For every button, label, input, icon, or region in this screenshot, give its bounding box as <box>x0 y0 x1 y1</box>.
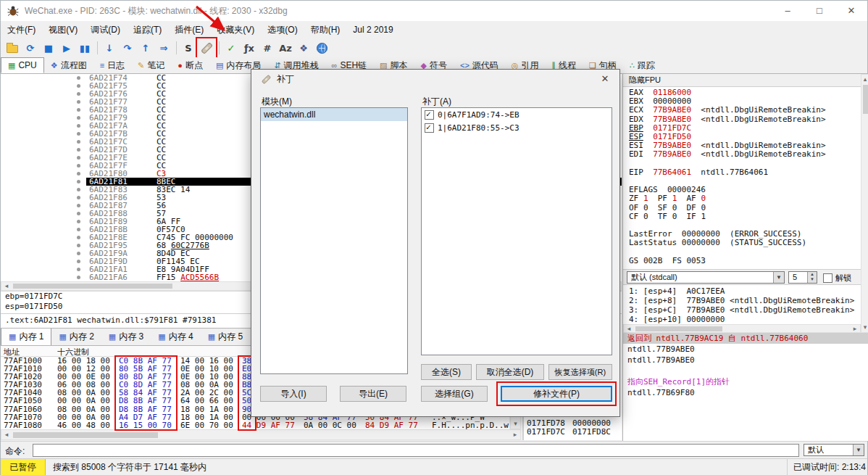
menu-item[interactable]: 调试(D) <box>84 21 127 39</box>
dump-tab[interactable]: ▦内存 1 <box>1 329 51 345</box>
command-profile-combo[interactable]: 默认 ▼ <box>804 444 864 456</box>
pad <box>638 194 643 203</box>
select-all-button[interactable]: 全选(S) <box>421 364 472 380</box>
stack-info-line[interactable]: ntdll.77B69F80 <box>623 387 868 398</box>
tab-log[interactable]: ≡日志 <box>93 57 131 73</box>
chevron-down-icon[interactable]: ▼ <box>773 272 784 283</box>
calling-convention-combo[interactable]: 默认 (stdcall) ▼ <box>627 271 785 284</box>
import-button[interactable]: 导入(I) <box>260 386 327 402</box>
maximize-button[interactable]: □ <box>804 1 835 21</box>
argument-line[interactable]: 3: [esp+C] 77B9ABE0 <ntdll.DbgUiRemoteBr… <box>623 305 861 315</box>
patch-checkbox[interactable] <box>425 123 434 133</box>
scroll-right-icon[interactable]: ▸ <box>851 325 859 333</box>
module-item[interactable]: wechatwin.dll <box>261 108 407 121</box>
pad <box>648 194 658 203</box>
register-line[interactable]: GS 002B FS 0053 <box>623 257 861 265</box>
scroll-up-icon[interactable]: ▴ <box>861 75 868 83</box>
graph-button[interactable]: ❖ <box>295 39 312 57</box>
menu-item[interactable]: 收藏夹(V) <box>210 21 261 39</box>
scroll-thumb[interactable] <box>863 85 868 114</box>
restore-selected-button[interactable]: 恢复选择项(R) <box>548 364 612 380</box>
scroll-right-icon[interactable]: ▸ <box>512 431 519 439</box>
unlock-checkbox-group[interactable]: 解锁 <box>823 273 851 284</box>
tab-trace[interactable]: ∴跟踪 <box>623 57 662 73</box>
scroll-thumb[interactable] <box>635 326 722 331</box>
unlock-checkbox[interactable] <box>823 273 832 283</box>
argument-count-spinner[interactable]: 5 ▲▼ <box>788 271 817 284</box>
dump-tab[interactable]: ▦内存 2 <box>51 329 101 345</box>
module-list[interactable]: wechatwin.dll <box>260 107 408 374</box>
globe-button[interactable] <box>313 39 330 57</box>
patch-item[interactable]: 1|6AD21F80:55->C3 <box>422 121 612 134</box>
step-over-button[interactable]: ↷ <box>119 39 136 57</box>
tab-cpu[interactable]: ▦CPU <box>1 57 44 73</box>
dump-hscrollbar[interactable]: ◂ ▸ <box>1 429 521 440</box>
spinner-arrows-icon[interactable]: ▲▼ <box>807 272 817 283</box>
patch-file-button[interactable]: 修补文件(P) <box>501 386 612 402</box>
tab-label: 笔记 <box>147 59 164 72</box>
deselect-all-button[interactable]: 取消全选(D) <box>476 364 544 380</box>
scroll-thumb[interactable] <box>13 432 158 438</box>
register-line[interactable]: LastStatus 00000000 (STATUS_SUCCESS) <box>623 239 861 247</box>
registers-vscrollbar[interactable]: ▴ ▾ <box>861 74 868 333</box>
menu-item[interactable]: 选项(O) <box>261 21 304 39</box>
patch-item[interactable]: 0|6A7F1AD9:74->EB <box>422 108 612 121</box>
register-line[interactable]: CF 0 TF 0 IF 1 <box>623 212 861 221</box>
stack-info-line[interactable]: 指向SEH_Record[1]的指针 <box>623 376 868 387</box>
patch-button[interactable] <box>198 39 215 57</box>
stack-info-line[interactable]: ntdll.77B9ABE0 <box>623 355 868 365</box>
step-into-button[interactable]: ↓ <box>101 39 118 57</box>
scroll-thumb[interactable] <box>13 284 172 289</box>
stack-info-line[interactable]: ntdll.77B9ABE0 <box>623 344 868 355</box>
dump-tab[interactable]: ▦内存 3 <box>101 329 151 345</box>
argument-line[interactable]: 2: [esp+8] 77B9ABE0 <ntdll.DbgUiRemoteBr… <box>623 296 861 305</box>
select-group-button[interactable]: 选择组(G) <box>421 386 488 402</box>
compare-button[interactable]: ✓ <box>222 39 240 57</box>
menu-item[interactable]: 插件(E) <box>168 21 210 39</box>
run-button[interactable]: ▶ <box>58 39 75 57</box>
stack-info-line[interactable] <box>623 365 868 376</box>
tab-breakpoints[interactable]: ●断点 <box>171 57 209 73</box>
dump-tab[interactable]: ▦内存 5 <box>201 329 250 345</box>
tab-notes[interactable]: ✎笔记 <box>131 57 171 73</box>
stop-button[interactable]: ■ <box>40 39 57 57</box>
restart-button[interactable]: ⟳ <box>22 39 39 57</box>
strings-button[interactable]: Az <box>277 39 294 57</box>
command-input[interactable] <box>33 444 799 457</box>
dialog-close-button[interactable]: ✕ <box>591 70 619 88</box>
stack-row[interactable]: 0171FD7C0171FD8C <box>527 427 611 437</box>
menu-item[interactable]: 帮助(H) <box>304 21 347 39</box>
pause-button[interactable]: ▮▮ <box>76 39 93 57</box>
close-button[interactable]: ✕ <box>835 1 867 21</box>
registers-hscrollbar[interactable]: ◂ ▸ <box>623 324 861 333</box>
patch-checkbox[interactable] <box>425 110 434 120</box>
argument-line[interactable]: 4: [esp+10] 00000000 <box>623 315 861 324</box>
tab-graph[interactable]: ❖流程图 <box>44 57 93 73</box>
register-line[interactable]: EDI 77B9ABE0 <ntdll.DbgUiRemoteBreakin> <box>623 150 861 159</box>
open-file-button[interactable] <box>4 39 21 57</box>
minimize-button[interactable]: – <box>772 1 804 21</box>
export-button[interactable]: 导出(E) <box>340 386 406 402</box>
menu-item[interactable]: 视图(V) <box>42 21 84 39</box>
patch-list[interactable]: 0|6A7F1AD9:74->EB1|6AD21F80:55->C3 <box>421 107 612 355</box>
menu-item[interactable]: 文件(F) <box>1 21 42 39</box>
scroll-left-icon[interactable]: ◂ <box>3 431 10 439</box>
scroll-down-icon[interactable]: ▾ <box>861 323 868 331</box>
menu-item[interactable]: 追踪(T) <box>127 21 168 39</box>
stack-info-line[interactable]: 返回到 ntdll.77B9AC19 自 ntdll.77B64060 <box>623 333 868 344</box>
dump-tab[interactable]: ▦内存 4 <box>151 329 200 345</box>
hash-button[interactable]: # <box>259 39 276 57</box>
menu-item[interactable]: Jul 2 2019 <box>346 22 399 38</box>
step-out-button[interactable]: ↑ <box>137 39 154 57</box>
scroll-left-icon[interactable]: ◂ <box>3 282 10 290</box>
register-line[interactable]: EIP 77B64061 ntdll.77B64061 <box>623 168 861 177</box>
argument-line[interactable]: 1: [esp+4] A0C17EEA <box>623 286 861 296</box>
chevron-down-icon[interactable]: ▼ <box>853 445 864 455</box>
scroll-down-icon[interactable]: ▾ <box>511 420 520 428</box>
dump-row[interactable]: 77AF108046 00 48 0016 15 00 706E 00 70 0… <box>1 421 509 429</box>
functions-button[interactable]: ƒx <box>241 39 258 57</box>
seh-chain-button[interactable]: S <box>180 39 197 57</box>
scroll-left-icon[interactable]: ◂ <box>625 325 633 333</box>
hide-fpu-button[interactable]: 隐藏FPU <box>623 74 861 87</box>
run-to-user-button[interactable]: ⇒ <box>155 39 172 57</box>
